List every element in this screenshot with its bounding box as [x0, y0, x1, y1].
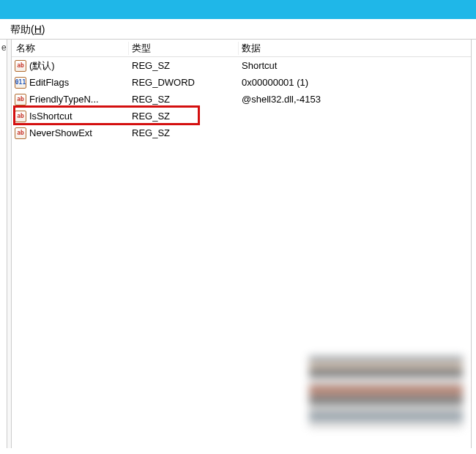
values-list[interactable]: 名称 类型 数据 ab(默认)REG_SZShortcut011EditFlag…: [12, 40, 472, 448]
value-name: FriendlyTypeN...: [29, 94, 99, 105]
cell-name: 011EditFlags: [12, 77, 129, 89]
cell-name: abNeverShowExt: [12, 127, 129, 139]
header-data[interactable]: 数据: [239, 42, 471, 55]
list-header[interactable]: 名称 类型 数据: [12, 40, 471, 57]
cell-data: 0x00000001 (1): [239, 77, 471, 88]
header-type[interactable]: 类型: [129, 42, 239, 55]
cell-type: REG_DWORD: [129, 77, 239, 88]
reg-string-icon: ab: [15, 111, 26, 122]
menu-help-accel: H: [34, 23, 42, 35]
cell-name: abIsShortcut: [12, 111, 129, 122]
reg-string-icon: ab: [15, 94, 26, 105]
cell-name: abFriendlyTypeN...: [12, 94, 129, 105]
list-row[interactable]: abIsShortcutREG_SZ: [12, 108, 471, 124]
tree-text-fragment: e: [1, 42, 7, 53]
cell-data: Shortcut: [239, 60, 471, 71]
value-name: (默认): [29, 59, 55, 72]
cell-name: ab(默认): [12, 59, 129, 72]
cell-type: REG_SZ: [129, 127, 239, 138]
list-row[interactable]: abFriendlyTypeN...REG_SZ@shell32.dll,-41…: [12, 91, 471, 108]
tree-pane-fragment: e: [0, 40, 7, 448]
reg-binary-icon: 011: [15, 77, 26, 89]
content-area: e 名称 类型 数据 ab(默认)REG_SZShortcut011EditFl…: [0, 40, 476, 448]
menu-help-label: 帮助: [10, 23, 31, 35]
cell-type: REG_SZ: [129, 60, 239, 71]
list-row[interactable]: abNeverShowExtREG_SZ: [12, 124, 471, 141]
cell-data: @shell32.dll,-4153: [239, 94, 471, 105]
value-name: EditFlags: [29, 77, 69, 88]
menu-bar: 帮助(H): [0, 19, 476, 40]
value-name: NeverShowExt: [29, 127, 92, 138]
reg-string-icon: ab: [15, 127, 26, 139]
menu-help[interactable]: 帮助(H): [7, 19, 48, 40]
cell-type: REG_SZ: [129, 111, 239, 122]
cell-type: REG_SZ: [129, 94, 239, 105]
list-row[interactable]: 011EditFlagsREG_DWORD0x00000001 (1): [12, 74, 471, 91]
window-title-bar[interactable]: [0, 0, 476, 19]
value-name: IsShortcut: [29, 111, 72, 122]
header-name[interactable]: 名称: [12, 42, 129, 55]
reg-string-icon: ab: [15, 60, 26, 72]
list-row[interactable]: ab(默认)REG_SZShortcut: [12, 57, 471, 74]
